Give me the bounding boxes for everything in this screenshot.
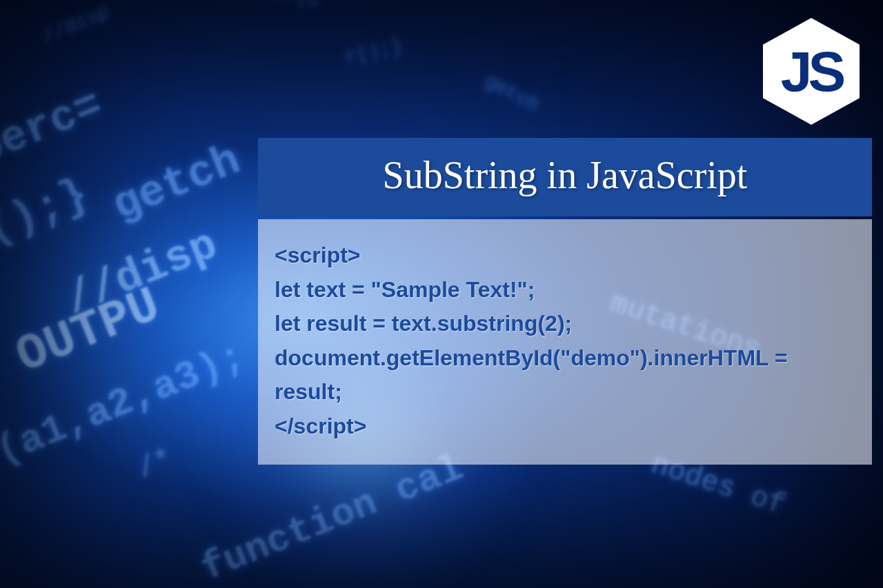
code-line-1: <script> [275,239,855,273]
bg-code-text: //disp [40,1,112,48]
logo-text: JS [781,43,842,100]
bg-code-text: getch [482,70,543,116]
js-logo: JS [763,18,860,125]
code-panel: <script> let text = "Sample Text!"; let … [258,219,872,465]
bg-code-text: r();} [344,36,405,69]
code-line-5: </script> [275,409,855,444]
bg-code-text: /* [133,443,178,486]
bg-code-text: perc= [0,81,110,176]
title-bar: SubString in JavaScript [258,138,872,216]
bg-code-text: perc= [260,0,321,16]
page-title: SubString in JavaScript [279,153,851,197]
bg-code-text: OUTPU [9,278,168,386]
hexagon-icon: JS [763,18,860,125]
bg-code-text: getch [106,136,248,232]
bg-code-text: r();} [0,170,96,266]
code-line-2: let text = "Sample Text!"; [275,273,855,307]
code-line-3: let result = text.substring(2); [275,307,855,341]
code-line-4: document.getElementById("demo").innerHTM… [275,341,855,409]
